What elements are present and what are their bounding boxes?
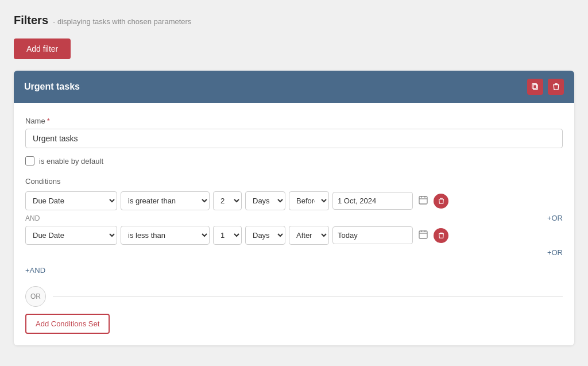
condition-1-calendar-button[interactable] bbox=[416, 193, 430, 209]
conditions-label: Conditions bbox=[25, 177, 563, 186]
condition-2-date-input[interactable] bbox=[332, 226, 413, 244]
required-star: * bbox=[47, 117, 50, 125]
svg-rect-6 bbox=[419, 231, 427, 238]
or-link-2[interactable]: +OR bbox=[547, 248, 563, 257]
checkbox-label: is enable by default bbox=[39, 157, 103, 165]
add-conditions-set-button[interactable]: Add Conditions Set bbox=[25, 314, 110, 334]
and-or-row-2: +OR bbox=[25, 247, 563, 258]
condition-block-1: Due Date is greater than is less than is… bbox=[25, 191, 563, 224]
or-link-1[interactable]: +OR bbox=[547, 214, 563, 222]
condition-2-operator-select[interactable]: is less than is greater than is equal to bbox=[121, 226, 210, 245]
name-label: Name * bbox=[25, 117, 563, 125]
condition-1-unit-select[interactable]: Days Hours Weeks bbox=[245, 191, 285, 210]
delete-filter-button[interactable] bbox=[548, 79, 564, 95]
filter-card-body: Name * is enable by default Conditions D… bbox=[14, 103, 574, 345]
copy-icon bbox=[531, 83, 539, 91]
condition-1-number-select[interactable]: 2 1 3 bbox=[213, 191, 242, 210]
or-divider-row: OR bbox=[25, 286, 563, 307]
filter-card-title: Urgent tasks bbox=[24, 82, 80, 92]
checkbox-row: is enable by default bbox=[25, 156, 563, 165]
add-filter-button[interactable]: Add filter bbox=[14, 38, 71, 59]
condition-1-field-select[interactable]: Due Date bbox=[25, 191, 117, 210]
condition-2-delete-button[interactable] bbox=[434, 228, 448, 243]
condition-1-direction-select[interactable]: Before After bbox=[289, 191, 329, 210]
calendar-icon-2 bbox=[419, 230, 428, 239]
condition-row-2: Due Date is less than is greater than is… bbox=[25, 226, 563, 245]
and-or-row-1: AND +OR bbox=[25, 213, 563, 224]
condition-1-operator-select[interactable]: is greater than is less than is equal to bbox=[121, 191, 210, 210]
condition-2-unit-select[interactable]: Days Hours Weeks bbox=[245, 226, 285, 245]
filter-card: Urgent tasks Name * is enable by default bbox=[14, 71, 574, 345]
condition-2-field-select[interactable]: Due Date bbox=[25, 226, 117, 245]
or-circle: OR bbox=[25, 286, 46, 307]
svg-rect-2 bbox=[419, 197, 427, 204]
filter-name-input[interactable] bbox=[25, 129, 563, 148]
and-label: AND bbox=[25, 214, 40, 222]
and-link[interactable]: +AND bbox=[25, 266, 45, 275]
calendar-icon bbox=[419, 195, 428, 205]
page-subtitle: - displaying tasks with chosen parameter… bbox=[53, 17, 191, 26]
duplicate-button[interactable] bbox=[527, 79, 543, 95]
condition-2-direction-select[interactable]: After Before bbox=[289, 226, 329, 245]
header-actions bbox=[527, 79, 564, 95]
enable-by-default-checkbox[interactable] bbox=[25, 156, 34, 165]
condition-1-delete-button[interactable] bbox=[434, 194, 448, 209]
condition-1-date-input[interactable] bbox=[332, 192, 413, 210]
filter-card-header: Urgent tasks bbox=[14, 71, 574, 103]
trash-icon bbox=[552, 83, 560, 91]
page-header: Filters - displaying tasks with chosen p… bbox=[14, 14, 574, 27]
condition-2-number-select[interactable]: 1 2 3 bbox=[213, 226, 242, 245]
trash-icon-small-2 bbox=[438, 232, 444, 239]
condition-row-1: Due Date is greater than is less than is… bbox=[25, 191, 563, 210]
condition-2-calendar-button[interactable] bbox=[416, 228, 430, 243]
trash-icon-small bbox=[438, 198, 444, 205]
condition-block-2: Due Date is less than is greater than is… bbox=[25, 226, 563, 258]
divider-line bbox=[53, 296, 563, 297]
page-title: Filters bbox=[14, 14, 48, 27]
